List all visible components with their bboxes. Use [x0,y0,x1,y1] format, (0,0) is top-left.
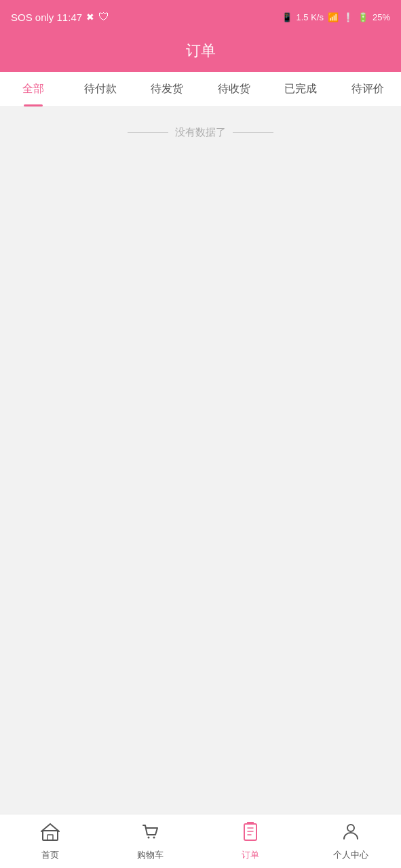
status-left: SOS only 11:47 ✖ 🛡 [11,11,109,23]
tab-pending-payment[interactable]: 待付款 [67,72,134,106]
nav-orders[interactable]: 订单 [201,821,301,861]
nav-home-label: 首页 [41,849,59,861]
block-icon: ✖ [86,12,94,22]
page-title: 订单 [186,41,216,61]
nav-orders-label: 订单 [242,849,259,861]
status-text: SOS only 11:47 [11,12,82,23]
order-tabs: 全部 待付款 待发货 待收货 已完成 待评价 [0,72,401,107]
nav-cart[interactable]: 购物车 [100,821,201,861]
orders-icon [240,821,261,846]
profile-icon [341,821,361,846]
svg-rect-0 [43,831,58,840]
cart-icon [140,821,161,846]
svg-point-3 [153,837,155,839]
nav-profile-label: 个人中心 [333,849,368,861]
alert-icon: ❕ [343,12,354,22]
nav-cart-label: 购物车 [137,849,164,861]
shield-icon: 🛡 [98,11,109,23]
battery-icon: 🔋 [358,12,368,22]
empty-message: 没有数据了 [128,126,273,139]
home-icon [40,821,60,846]
tab-all[interactable]: 全部 [0,72,67,106]
svg-point-2 [147,837,149,839]
app-header: 订单 [0,34,401,72]
phone-icon: 📱 [282,12,292,22]
status-bar: SOS only 11:47 ✖ 🛡 📱 1.5 K/s 📶 ❕ 🔋 25% [0,0,401,34]
nav-profile[interactable]: 个人中心 [301,821,401,861]
network-speed: 1.5 K/s [297,12,324,22]
status-right: 📱 1.5 K/s 📶 ❕ 🔋 25% [282,12,391,22]
svg-point-4 [347,825,354,831]
tab-pending-review[interactable]: 待评价 [335,72,402,106]
battery-percent: 25% [373,12,390,22]
nav-home[interactable]: 首页 [0,821,100,861]
tab-pending-ship[interactable]: 待发货 [134,72,201,106]
tab-pending-receive[interactable]: 待收货 [201,72,268,106]
tab-completed[interactable]: 已完成 [267,72,335,106]
order-content: 没有数据了 [0,107,401,814]
svg-rect-1 [47,835,53,840]
wifi-icon: 📶 [328,12,339,22]
bottom-navigation: 首页 购物车 订单 [0,814,401,868]
